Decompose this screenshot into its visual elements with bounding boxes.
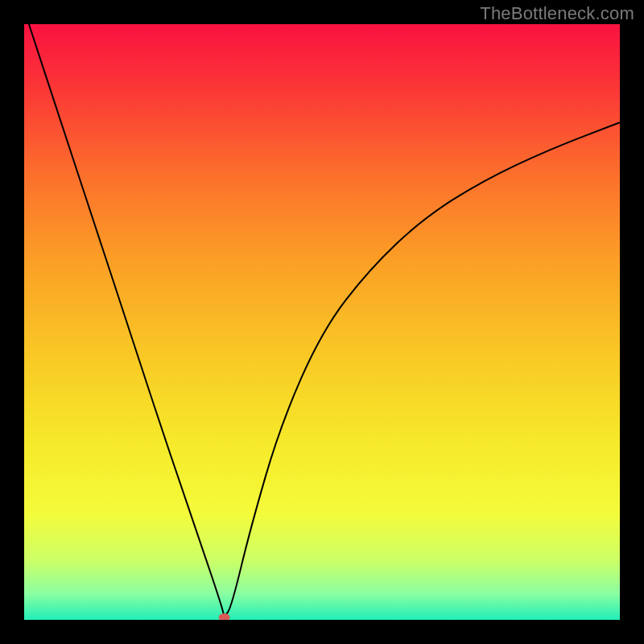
- gradient-background: [24, 24, 620, 620]
- plot-area: [24, 24, 620, 620]
- watermark-text: TheBottleneck.com: [480, 3, 634, 24]
- chart-stage: TheBottleneck.com: [0, 0, 644, 644]
- chart-svg: [24, 24, 620, 620]
